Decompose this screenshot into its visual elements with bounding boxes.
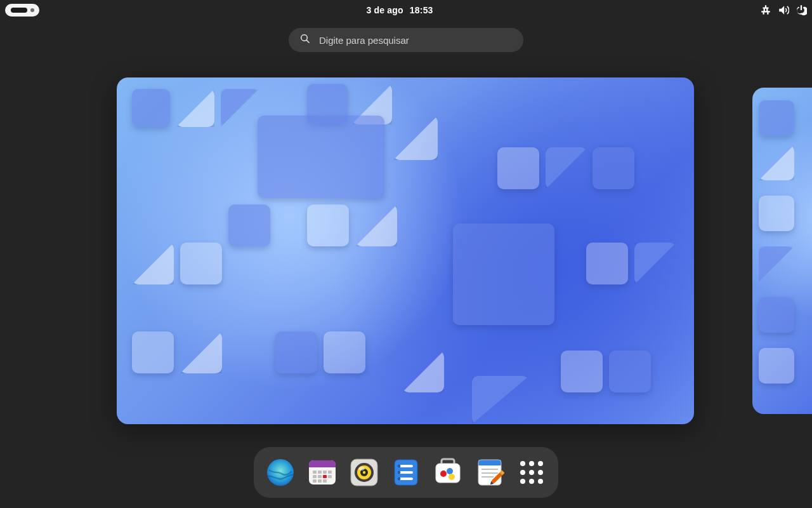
svg-rect-10	[328, 475, 332, 478]
top-bar: 3 de ago 18:53	[0, 0, 812, 20]
svg-rect-36	[478, 460, 501, 465]
svg-rect-13	[323, 479, 327, 483]
svg-rect-14	[323, 475, 327, 478]
search-icon	[300, 34, 310, 46]
svg-rect-26	[399, 478, 413, 480]
svg-point-33	[447, 468, 453, 474]
clock-button[interactable]: 3 de ago 18:53	[366, 5, 433, 15]
app-text-editor[interactable]	[475, 457, 505, 488]
app-todo[interactable]	[391, 457, 421, 488]
svg-point-29	[398, 478, 401, 481]
svg-point-34	[449, 474, 455, 480]
dash	[254, 447, 558, 498]
date-label: 3 de ago	[366, 5, 403, 15]
search-bar[interactable]	[289, 28, 523, 52]
app-music[interactable]	[349, 457, 379, 488]
workspace-indicator-dot	[30, 8, 34, 12]
svg-rect-11	[313, 479, 317, 483]
power-icon[interactable]	[796, 4, 807, 16]
app-software[interactable]	[433, 457, 463, 488]
workspace-indicator-active	[11, 8, 27, 13]
svg-rect-7	[328, 471, 332, 474]
grid-icon	[518, 458, 546, 486]
svg-rect-4	[313, 471, 317, 474]
svg-point-32	[440, 471, 447, 477]
wallpaper	[117, 77, 694, 424]
app-web-browser[interactable]	[265, 457, 296, 488]
svg-rect-12	[318, 479, 322, 483]
show-applications-button[interactable]	[516, 457, 547, 488]
activities-button[interactable]	[5, 4, 39, 17]
time-label: 18:53	[410, 5, 433, 15]
svg-rect-9	[318, 475, 322, 478]
wallpaper	[752, 88, 812, 414]
svg-point-20	[363, 471, 365, 474]
workspace-thumbnail-2[interactable]	[752, 88, 812, 414]
volume-icon[interactable]	[778, 4, 789, 16]
svg-rect-5	[318, 471, 322, 474]
svg-point-27	[398, 465, 401, 468]
svg-point-28	[398, 471, 401, 474]
svg-rect-6	[323, 471, 327, 474]
svg-rect-24	[399, 465, 413, 467]
app-calendar[interactable]	[307, 457, 337, 488]
svg-rect-8	[313, 475, 317, 478]
network-wired-icon[interactable]	[760, 4, 771, 16]
svg-rect-25	[399, 471, 413, 474]
workspace-thumbnail-1[interactable]	[117, 77, 694, 424]
svg-point-21	[358, 467, 365, 471]
system-tray[interactable]	[760, 4, 807, 16]
search-input[interactable]	[319, 35, 512, 46]
svg-rect-3	[309, 465, 336, 467]
